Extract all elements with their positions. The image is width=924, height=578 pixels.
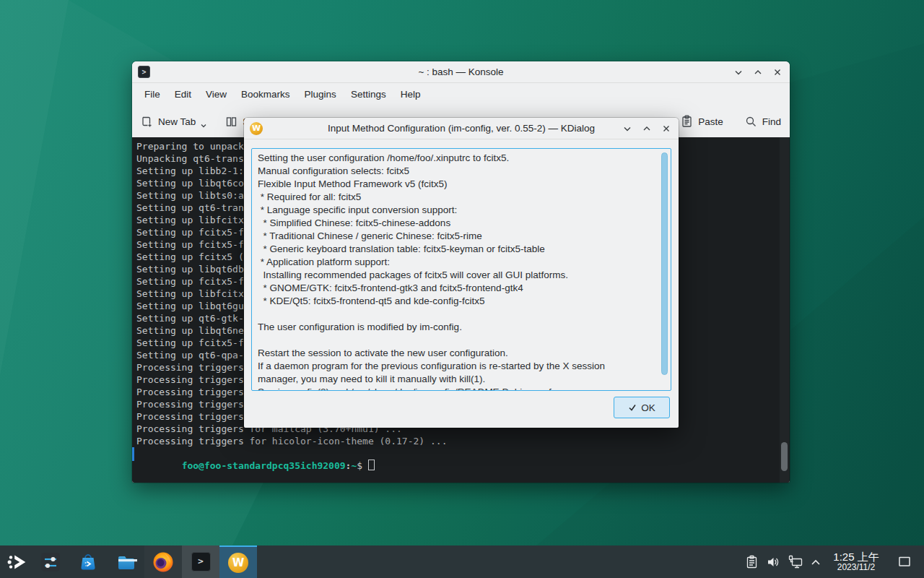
speaker-icon [766,555,780,569]
dialog-text-area[interactable]: Setting the user configuration /home/foo… [251,148,671,391]
find-icon [745,116,757,128]
network-tray-button[interactable] [785,545,806,578]
paste-icon [681,115,693,128]
konsole-menubar: File Edit View Bookmarks Plugins Setting… [132,83,790,105]
digital-clock[interactable]: 1:25 上午 2023/11/2 [827,545,886,578]
menu-item[interactable]: Settings [344,85,393,103]
terminal-scrollbar-thumb[interactable] [781,442,788,471]
file-manager-button[interactable] [114,545,139,578]
kdialog-titlebar[interactable]: W Input Method Configuration (im-config,… [244,118,679,139]
dialog-text-line: Flexible Input Method Framework v5 (fcit… [258,178,665,191]
konsole-icon: > [191,552,211,571]
kdialog-w-icon: W [228,553,248,573]
dialog-text-line: * Generic keyboard translation table: fc… [258,243,665,256]
minimize-icon[interactable] [621,122,634,135]
kdialog-app-icon: W [250,122,263,135]
menu-item[interactable]: File [137,85,167,103]
show-desktop-button[interactable] [894,545,915,578]
wired-network-icon [788,554,803,569]
dialog-text-line: Restart the session to activate the new … [258,347,665,360]
taskbar: > W [0,545,924,578]
new-tab-button[interactable]: New Tab [141,115,206,128]
dialog-text-line: * GNOME/GTK: fcitx5-frontend-gtk3 and fc… [258,282,665,295]
shell-prompt-line: foo@foo-standardpcq35ich92009:~$ [136,447,790,460]
minimize-icon[interactable] [732,66,745,79]
dialog-scrollbar-thumb[interactable] [661,152,668,375]
terminal-scrollbar[interactable] [780,137,789,483]
prompt-marker [132,447,134,461]
dialog-text-line: See im-config(8) and /usr/share/doc/im-c… [258,386,665,391]
menu-item[interactable]: Edit [167,85,199,103]
task-kdialog-active[interactable]: W [219,545,257,578]
clipboard-tray-button[interactable] [742,545,761,578]
task-konsole[interactable]: > [182,545,219,578]
dialog-text-line [258,334,665,347]
prompt-user-host: foo@foo-standardpcq35ich92009 [182,460,346,471]
clock-time: 1:25 上午 [833,551,879,563]
menu-item[interactable]: Help [393,85,428,103]
dialog-text-line: The user configuration is modified by im… [258,321,665,334]
task-firefox[interactable] [144,545,182,578]
dialog-text-line: * Required for all: fcitx5 [258,191,665,204]
chevron-down-icon [201,124,206,128]
check-icon [628,403,637,412]
menu-item[interactable]: Bookmarks [234,85,297,103]
menu-item[interactable]: View [199,85,234,103]
clock-date: 2023/11/2 [837,563,876,573]
dialog-text-line: Installing recommended packages of fcitx… [258,269,665,282]
maximize-icon[interactable] [640,122,653,135]
terminal-line: Processing triggers for hicolor-icon-the… [136,435,790,447]
dialog-text-line: manager, you may need to kill it manuall… [258,373,665,386]
konsole-titlebar[interactable]: > ~ : bash — Konsole [132,61,790,83]
tray-expander-button[interactable] [807,545,824,578]
dialog-text-line: * Application platform support: [258,256,665,269]
close-icon[interactable] [660,122,673,135]
ok-button[interactable]: OK [614,397,670,418]
dialog-text-line: * Traditional Chinese / generic Chinese:… [258,230,665,243]
firefox-icon [152,551,175,574]
folder-icon [116,551,137,573]
dialog-text-line: Manual configuration selects: fcitx5 [258,165,665,178]
clipboard-icon [745,555,759,569]
menu-item[interactable]: Plugins [297,85,344,103]
close-icon[interactable] [771,66,784,79]
konsole-window-title: ~ : bash — Konsole [132,66,790,77]
discover-button[interactable] [76,545,100,578]
system-settings-button[interactable] [38,545,63,578]
desktop: > ~ : bash — Konsole File Edit V [0,0,924,578]
application-launcher-icon [5,550,30,574]
volume-tray-button[interactable] [764,545,783,578]
show-desktop-icon [897,556,912,568]
kdialog-window-title: Input Method Configuration (im-config, v… [244,123,679,134]
dialog-text-line [258,308,665,321]
application-launcher-button[interactable] [1,545,33,578]
dialog-text-line: * Simplified Chinese: fcitx5-chinese-add… [258,217,665,230]
split-view-icon [225,116,237,128]
terminal-cursor [368,460,375,470]
kdialog-window: W Input Method Configuration (im-config,… [244,118,679,428]
dialog-text-line: * KDE/Qt5: fcitx5-frontend-qt5 and kde-c… [258,295,665,308]
maximize-icon[interactable] [751,66,764,79]
dialog-text-line: If a daemon program for the previous con… [258,360,665,373]
dialog-text-line: Setting the user configuration /home/foo… [258,152,665,165]
paste-button[interactable]: Paste [681,115,723,128]
find-button[interactable]: Find [745,115,781,128]
konsole-app-icon: > [138,66,150,78]
system-settings-icon [40,551,61,573]
chevron-up-icon [810,558,821,566]
dialog-text-line: * Language specific input conversion sup… [258,204,665,217]
discover-icon [77,551,99,573]
new-tab-icon [141,116,153,128]
